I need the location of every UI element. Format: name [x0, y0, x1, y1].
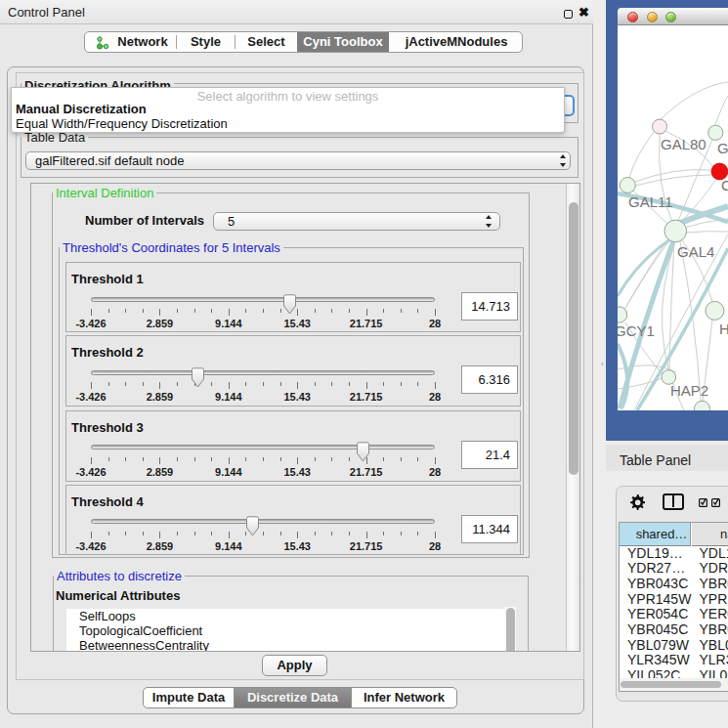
svg-text:GAL4: GAL4 [677, 243, 714, 260]
svg-text:C: C [721, 177, 728, 193]
svg-text:GA: GA [717, 140, 728, 156]
svg-text:GAL80: GAL80 [661, 136, 707, 152]
svg-text:H: H [719, 321, 728, 337]
svg-text:GAL11: GAL11 [628, 193, 673, 210]
svg-text:HAP2: HAP2 [670, 382, 708, 399]
svg-text:GCY1: GCY1 [618, 322, 655, 339]
